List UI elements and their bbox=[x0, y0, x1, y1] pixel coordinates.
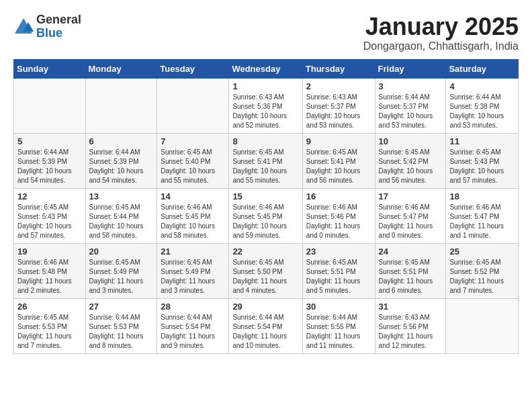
week-row-5: 26Sunrise: 6:45 AM Sunset: 5:53 PM Dayli… bbox=[14, 298, 519, 353]
calendar-cell: 7Sunrise: 6:45 AM Sunset: 5:40 PM Daylig… bbox=[157, 133, 229, 188]
calendar-cell bbox=[14, 78, 86, 133]
day-info: Sunrise: 6:45 AM Sunset: 5:41 PM Dayligh… bbox=[232, 148, 298, 185]
day-number: 31 bbox=[379, 302, 443, 312]
day-number: 1 bbox=[232, 81, 298, 91]
day-info: Sunrise: 6:44 AM Sunset: 5:39 PM Dayligh… bbox=[17, 148, 82, 185]
calendar-cell: 6Sunrise: 6:44 AM Sunset: 5:39 PM Daylig… bbox=[85, 133, 157, 188]
calendar-cell bbox=[446, 298, 519, 353]
day-info: Sunrise: 6:45 AM Sunset: 5:44 PM Dayligh… bbox=[89, 203, 154, 240]
calendar-cell: 29Sunrise: 6:44 AM Sunset: 5:54 PM Dayli… bbox=[229, 298, 302, 353]
weekday-header-monday: Monday bbox=[85, 59, 157, 78]
day-number: 20 bbox=[89, 246, 154, 257]
weekday-header-sunday: Sunday bbox=[14, 59, 86, 78]
day-info: Sunrise: 6:44 AM Sunset: 5:37 PM Dayligh… bbox=[379, 93, 443, 130]
day-info: Sunrise: 6:46 AM Sunset: 5:46 PM Dayligh… bbox=[306, 203, 371, 240]
logo-general-text: General bbox=[36, 13, 81, 27]
calendar-cell: 10Sunrise: 6:45 AM Sunset: 5:42 PM Dayli… bbox=[375, 133, 446, 188]
day-info: Sunrise: 6:44 AM Sunset: 5:55 PM Dayligh… bbox=[306, 313, 371, 351]
day-number: 27 bbox=[89, 302, 154, 312]
calendar-cell: 25Sunrise: 6:45 AM Sunset: 5:52 PM Dayli… bbox=[446, 243, 519, 298]
day-info: Sunrise: 6:44 AM Sunset: 5:39 PM Dayligh… bbox=[89, 148, 154, 185]
calendar-cell: 5Sunrise: 6:44 AM Sunset: 5:39 PM Daylig… bbox=[14, 133, 86, 188]
day-info: Sunrise: 6:45 AM Sunset: 5:49 PM Dayligh… bbox=[161, 258, 225, 295]
day-number: 7 bbox=[161, 136, 225, 146]
day-number: 6 bbox=[89, 136, 154, 146]
logo-blue-text: Blue bbox=[36, 27, 81, 40]
week-row-2: 5Sunrise: 6:44 AM Sunset: 5:39 PM Daylig… bbox=[14, 133, 519, 188]
day-number: 5 bbox=[17, 136, 82, 146]
calendar-cell: 16Sunrise: 6:46 AM Sunset: 5:46 PM Dayli… bbox=[302, 188, 375, 243]
calendar-cell bbox=[157, 78, 229, 133]
calendar-cell: 26Sunrise: 6:45 AM Sunset: 5:53 PM Dayli… bbox=[14, 298, 86, 353]
weekday-header-row: SundayMondayTuesdayWednesdayThursdayFrid… bbox=[14, 59, 519, 78]
calendar-cell: 27Sunrise: 6:44 AM Sunset: 5:53 PM Dayli… bbox=[85, 298, 157, 353]
calendar-cell: 18Sunrise: 6:46 AM Sunset: 5:47 PM Dayli… bbox=[446, 188, 519, 243]
day-info: Sunrise: 6:46 AM Sunset: 5:48 PM Dayligh… bbox=[17, 258, 82, 295]
calendar-cell bbox=[85, 78, 157, 133]
day-number: 23 bbox=[306, 246, 371, 257]
calendar-cell: 11Sunrise: 6:45 AM Sunset: 5:43 PM Dayli… bbox=[446, 133, 519, 188]
day-info: Sunrise: 6:44 AM Sunset: 5:54 PM Dayligh… bbox=[232, 313, 298, 351]
location: Dongargaon, Chhattisgarh, India bbox=[363, 40, 519, 52]
day-info: Sunrise: 6:46 AM Sunset: 5:45 PM Dayligh… bbox=[232, 203, 298, 240]
weekday-header-friday: Friday bbox=[375, 59, 446, 78]
day-number: 9 bbox=[306, 136, 371, 146]
weekday-header-tuesday: Tuesday bbox=[157, 59, 229, 78]
calendar-cell: 15Sunrise: 6:46 AM Sunset: 5:45 PM Dayli… bbox=[229, 188, 302, 243]
calendar-cell: 14Sunrise: 6:46 AM Sunset: 5:45 PM Dayli… bbox=[157, 188, 229, 243]
day-info: Sunrise: 6:46 AM Sunset: 5:47 PM Dayligh… bbox=[449, 203, 515, 240]
day-number: 11 bbox=[449, 136, 515, 146]
calendar-cell: 8Sunrise: 6:45 AM Sunset: 5:41 PM Daylig… bbox=[229, 133, 302, 188]
day-number: 21 bbox=[161, 246, 225, 257]
day-number: 22 bbox=[232, 246, 298, 257]
day-info: Sunrise: 6:45 AM Sunset: 5:43 PM Dayligh… bbox=[449, 148, 515, 185]
day-info: Sunrise: 6:45 AM Sunset: 5:51 PM Dayligh… bbox=[379, 258, 443, 295]
day-info: Sunrise: 6:45 AM Sunset: 5:53 PM Dayligh… bbox=[17, 313, 82, 351]
calendar-cell: 30Sunrise: 6:44 AM Sunset: 5:55 PM Dayli… bbox=[302, 298, 375, 353]
title-block: January 2025 Dongargaon, Chhattisgarh, I… bbox=[363, 13, 519, 52]
day-info: Sunrise: 6:45 AM Sunset: 5:50 PM Dayligh… bbox=[232, 258, 298, 295]
day-number: 30 bbox=[306, 302, 371, 312]
day-number: 18 bbox=[449, 191, 515, 201]
day-info: Sunrise: 6:45 AM Sunset: 5:49 PM Dayligh… bbox=[89, 258, 154, 295]
day-number: 24 bbox=[379, 246, 443, 257]
day-number: 16 bbox=[306, 191, 371, 201]
week-row-4: 19Sunrise: 6:46 AM Sunset: 5:48 PM Dayli… bbox=[14, 243, 519, 298]
calendar-cell: 4Sunrise: 6:44 AM Sunset: 5:38 PM Daylig… bbox=[446, 78, 519, 133]
weekday-header-thursday: Thursday bbox=[302, 59, 375, 78]
calendar-cell: 19Sunrise: 6:46 AM Sunset: 5:48 PM Dayli… bbox=[14, 243, 86, 298]
day-number: 26 bbox=[17, 302, 82, 312]
day-info: Sunrise: 6:45 AM Sunset: 5:40 PM Dayligh… bbox=[161, 148, 225, 185]
calendar-cell: 21Sunrise: 6:45 AM Sunset: 5:49 PM Dayli… bbox=[157, 243, 229, 298]
calendar-cell: 1Sunrise: 6:43 AM Sunset: 5:36 PM Daylig… bbox=[229, 78, 302, 133]
calendar-cell: 28Sunrise: 6:44 AM Sunset: 5:54 PM Dayli… bbox=[157, 298, 229, 353]
day-info: Sunrise: 6:45 AM Sunset: 5:43 PM Dayligh… bbox=[17, 203, 82, 240]
day-number: 28 bbox=[161, 302, 225, 312]
calendar-cell: 22Sunrise: 6:45 AM Sunset: 5:50 PM Dayli… bbox=[229, 243, 302, 298]
calendar-cell: 12Sunrise: 6:45 AM Sunset: 5:43 PM Dayli… bbox=[14, 188, 86, 243]
calendar-cell: 17Sunrise: 6:46 AM Sunset: 5:47 PM Dayli… bbox=[375, 188, 446, 243]
day-info: Sunrise: 6:45 AM Sunset: 5:41 PM Dayligh… bbox=[306, 148, 371, 185]
logo: General Blue bbox=[13, 13, 81, 40]
page-header: General Blue January 2025 Dongargaon, Ch… bbox=[13, 13, 519, 52]
day-info: Sunrise: 6:44 AM Sunset: 5:53 PM Dayligh… bbox=[89, 313, 154, 351]
calendar-cell: 23Sunrise: 6:45 AM Sunset: 5:51 PM Dayli… bbox=[302, 243, 375, 298]
day-info: Sunrise: 6:44 AM Sunset: 5:38 PM Dayligh… bbox=[449, 93, 515, 130]
day-number: 4 bbox=[449, 81, 515, 91]
day-number: 15 bbox=[232, 191, 298, 201]
day-info: Sunrise: 6:43 AM Sunset: 5:36 PM Dayligh… bbox=[232, 93, 298, 130]
day-info: Sunrise: 6:46 AM Sunset: 5:45 PM Dayligh… bbox=[161, 203, 225, 240]
day-number: 2 bbox=[306, 81, 371, 91]
day-info: Sunrise: 6:45 AM Sunset: 5:52 PM Dayligh… bbox=[449, 258, 515, 295]
day-number: 25 bbox=[449, 246, 515, 257]
calendar-cell: 24Sunrise: 6:45 AM Sunset: 5:51 PM Dayli… bbox=[375, 243, 446, 298]
calendar-cell: 13Sunrise: 6:45 AM Sunset: 5:44 PM Dayli… bbox=[85, 188, 157, 243]
day-info: Sunrise: 6:45 AM Sunset: 5:51 PM Dayligh… bbox=[306, 258, 371, 295]
week-row-1: 1Sunrise: 6:43 AM Sunset: 5:36 PM Daylig… bbox=[14, 78, 519, 133]
calendar-table: SundayMondayTuesdayWednesdayThursdayFrid… bbox=[13, 59, 519, 354]
calendar-cell: 31Sunrise: 6:43 AM Sunset: 5:56 PM Dayli… bbox=[375, 298, 446, 353]
calendar-cell: 2Sunrise: 6:43 AM Sunset: 5:37 PM Daylig… bbox=[302, 78, 375, 133]
day-number: 19 bbox=[17, 246, 82, 257]
day-number: 10 bbox=[379, 136, 443, 146]
month-title: January 2025 bbox=[363, 13, 519, 40]
